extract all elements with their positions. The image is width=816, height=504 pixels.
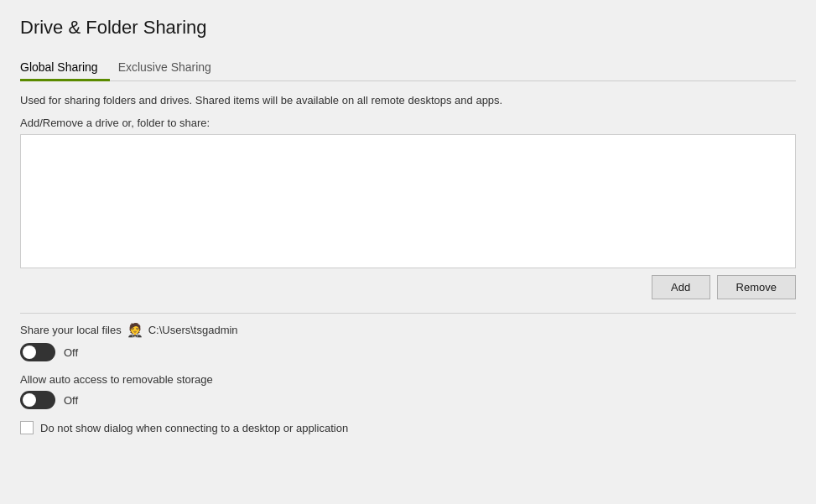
local-files-toggle-label: Off (64, 346, 78, 359)
local-files-path: C:\Users\tsgadmin (148, 324, 238, 336)
checkbox-row: Do not show dialog when connecting to a … (20, 421, 796, 434)
local-files-toggle-row: Off (20, 343, 796, 361)
share-list-area (20, 134, 796, 268)
no-dialog-checkbox[interactable] (20, 421, 34, 434)
page-container: Drive & Folder Sharing Global Sharing Ex… (0, 0, 816, 504)
instruction-text: Add/Remove a drive or, folder to share: (20, 117, 796, 129)
buttons-row: Add Remove (20, 275, 796, 299)
tab-exclusive-sharing[interactable]: Exclusive Sharing (118, 54, 223, 81)
local-files-label: Share your local files 🤵 C:\Users\tsgadm… (20, 322, 796, 338)
no-dialog-label: Do not show dialog when connecting to a … (40, 422, 348, 434)
removable-storage-label: Allow auto access to removable storage (20, 373, 796, 386)
removable-storage-section: Allow auto access to removable storage O… (20, 373, 796, 409)
add-button[interactable]: Add (652, 275, 710, 299)
separator-1 (20, 313, 796, 314)
removable-storage-toggle-row: Off (20, 391, 796, 409)
local-files-toggle[interactable] (20, 343, 55, 361)
page-title: Drive & Folder Sharing (20, 17, 796, 39)
tabs-container: Global Sharing Exclusive Sharing (20, 54, 796, 81)
removable-storage-text: Allow auto access to removable storage (20, 373, 213, 386)
local-files-section: Share your local files 🤵 C:\Users\tsgadm… (20, 322, 796, 361)
removable-storage-toggle-label: Off (64, 394, 78, 407)
description-text: Used for sharing folders and drives. Sha… (20, 93, 796, 108)
folder-icon: 🤵 (127, 322, 143, 338)
removable-storage-toggle[interactable] (20, 391, 55, 409)
local-files-text: Share your local files (20, 324, 122, 336)
remove-button[interactable]: Remove (717, 275, 796, 299)
tab-global-sharing[interactable]: Global Sharing (20, 54, 110, 81)
